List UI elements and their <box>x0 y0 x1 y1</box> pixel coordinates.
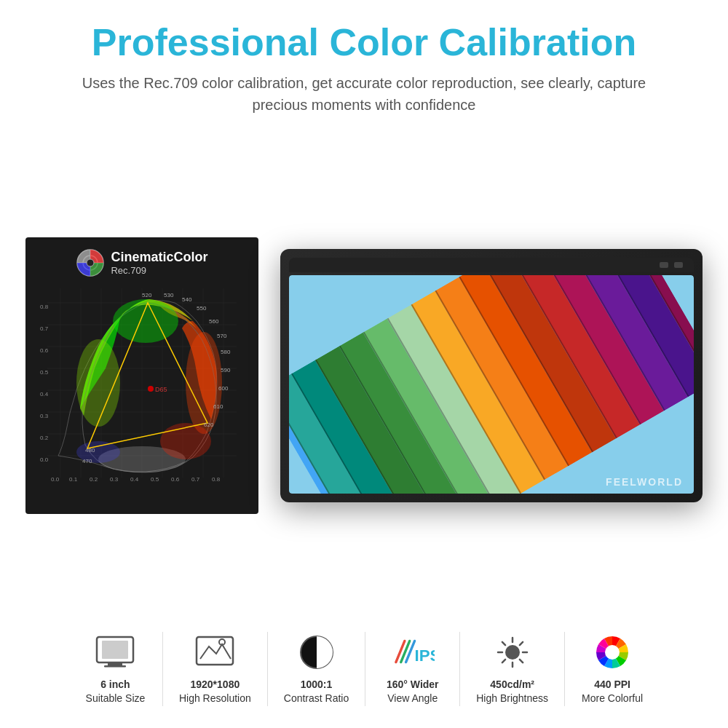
feature-size: 6 inch Suitable Size <box>68 632 163 706</box>
svg-text:470: 470 <box>82 458 92 464</box>
svg-text:0.6: 0.6 <box>171 476 180 483</box>
svg-text:0.0: 0.0 <box>51 476 60 483</box>
svg-text:520: 520 <box>142 292 152 298</box>
svg-rect-118 <box>104 665 126 668</box>
svg-text:0.4: 0.4 <box>40 391 49 397</box>
header-section: Professional Color Calibration Uses the … <box>73 22 655 116</box>
svg-text:0.7: 0.7 <box>40 325 49 332</box>
svg-text:0.3: 0.3 <box>110 476 119 483</box>
svg-line-134 <box>502 660 505 662</box>
svg-text:530: 530 <box>164 292 174 298</box>
ppi-icon <box>590 632 634 672</box>
svg-text:560: 560 <box>209 318 219 325</box>
brightness-icon <box>491 632 534 672</box>
svg-rect-116 <box>102 641 128 659</box>
pencils-display <box>289 275 694 494</box>
resolution-label: 1920*1080 High Resolution <box>179 678 251 706</box>
svg-line-132 <box>520 660 523 662</box>
ips-small-icon: IPS <box>391 633 435 670</box>
svg-point-23 <box>113 299 178 343</box>
svg-text:0.8: 0.8 <box>212 476 221 483</box>
feature-ppi: 440 PPI More Colorful <box>565 632 660 706</box>
svg-point-26 <box>186 332 222 434</box>
svg-text:0.2: 0.2 <box>40 435 49 441</box>
ips-label: 160° Wider View Angle <box>387 678 439 706</box>
monitor-small-icon <box>93 633 137 670</box>
main-title: Professional Color Calibration <box>73 22 655 63</box>
contrast-label: 1000:1 Contrast Ratio <box>284 678 349 706</box>
svg-rect-117 <box>108 662 122 665</box>
monitor-screen: FEELWORLD <box>289 275 694 494</box>
svg-text:570: 570 <box>217 333 227 339</box>
svg-text:0.6: 0.6 <box>40 347 49 354</box>
svg-point-30 <box>148 386 154 392</box>
svg-text:0.3: 0.3 <box>40 413 49 419</box>
svg-point-24 <box>76 339 120 427</box>
feature-ips: IPS 160° Wider View Angle <box>365 632 460 706</box>
monitor-body: FEELWORLD <box>280 249 703 502</box>
brightness-label: 450cd/m² High Brightness <box>476 678 548 706</box>
svg-text:0.8: 0.8 <box>40 304 49 310</box>
svg-text:600: 600 <box>218 385 229 392</box>
svg-text:590: 590 <box>221 367 231 373</box>
svg-line-133 <box>520 642 523 645</box>
ppi-label: 440 PPI More Colorful <box>582 678 643 706</box>
ppi-small-icon <box>590 632 634 672</box>
resolution-icon <box>193 632 237 672</box>
contrast-icon <box>295 632 339 672</box>
svg-point-126 <box>505 645 520 660</box>
cinematic-sub: Rec.709 <box>111 265 207 276</box>
svg-point-135 <box>605 645 620 660</box>
svg-text:IPS: IPS <box>414 646 434 665</box>
top-dot-2 <box>674 262 683 268</box>
feature-brightness: 450cd/m² High Brightness <box>460 632 565 706</box>
svg-text:0.7: 0.7 <box>191 476 200 483</box>
svg-text:540: 540 <box>182 296 192 303</box>
page: Professional Color Calibration Uses the … <box>0 0 728 728</box>
svg-text:0.2: 0.2 <box>90 476 98 483</box>
svg-text:0.0: 0.0 <box>40 456 49 463</box>
cinematic-text-block: CinematicColor Rec.709 <box>111 250 207 277</box>
monitor-brand: FEELWORLD <box>606 476 683 488</box>
middle-section: CinematicColor Rec.709 <box>29 138 699 614</box>
svg-text:610: 610 <box>213 403 223 410</box>
svg-text:580: 580 <box>221 349 231 355</box>
brightness-small-icon <box>491 632 534 672</box>
svg-rect-119 <box>197 637 233 665</box>
feature-resolution: 1920*1080 High Resolution <box>163 632 268 706</box>
svg-text:620: 620 <box>204 422 214 428</box>
svg-text:0.4: 0.4 <box>130 476 139 483</box>
svg-text:0.5: 0.5 <box>151 476 159 483</box>
feature-contrast: 1000:1 Contrast Ratio <box>268 632 365 706</box>
monitor: FEELWORLD <box>280 249 703 502</box>
cie-logo-area: CinematicColor Rec.709 <box>76 248 207 277</box>
monitor-container: FEELWORLD <box>280 249 703 502</box>
contrast-small-icon <box>295 632 339 672</box>
ips-icon: IPS <box>391 632 435 672</box>
resolution-small-icon <box>193 633 237 670</box>
features-row: 6 inch Suitable Size 1920*1080 High Reso… <box>29 625 699 713</box>
svg-text:550: 550 <box>197 305 207 312</box>
cie-chromaticity-svg: D65 520 530 540 550 560 570 580 590 600 … <box>40 281 244 499</box>
svg-line-131 <box>502 642 505 645</box>
svg-text:D65: D65 <box>155 386 167 393</box>
svg-point-27 <box>160 423 211 459</box>
svg-point-4 <box>87 259 94 266</box>
cie-chart-container: CinematicColor Rec.709 <box>25 237 258 514</box>
size-icon <box>93 632 137 672</box>
svg-text:0.5: 0.5 <box>40 369 49 376</box>
top-dot-1 <box>660 262 668 268</box>
cinematic-color-icon <box>76 248 105 277</box>
size-label: 6 inch Suitable Size <box>86 678 146 706</box>
svg-text:480: 480 <box>85 447 95 454</box>
monitor-top-bar <box>289 258 694 272</box>
subtitle: Uses the Rec.709 color calibration, get … <box>73 72 655 116</box>
svg-text:0.1: 0.1 <box>69 476 78 483</box>
cinematic-title: CinematicColor <box>111 250 207 266</box>
